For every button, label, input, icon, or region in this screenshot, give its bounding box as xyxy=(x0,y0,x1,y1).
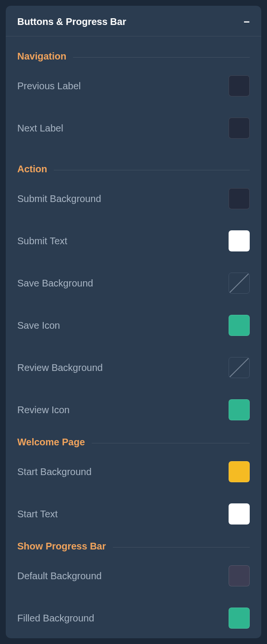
buttons-progress-panel: Buttons & Progress Bar − Navigation Prev… xyxy=(6,6,261,638)
panel-header: Buttons & Progress Bar − xyxy=(6,6,261,36)
collapse-icon[interactable]: − xyxy=(243,17,250,27)
section-header-welcome: Welcome Page xyxy=(17,431,250,451)
label-review-background: Review Background xyxy=(17,362,103,373)
swatch-start-background[interactable] xyxy=(229,461,250,482)
swatch-review-background[interactable] xyxy=(229,357,250,378)
section-rule xyxy=(54,170,250,170)
section-navigation: Navigation Previous Label Next Label xyxy=(17,36,250,149)
swatch-start-text[interactable] xyxy=(229,503,250,525)
label-submit-text: Submit Text xyxy=(17,236,67,247)
label-previous-label: Previous Label xyxy=(17,81,81,92)
row-submit-text: Submit Text xyxy=(17,220,250,262)
swatch-submit-text[interactable] xyxy=(229,230,250,251)
section-title-welcome: Welcome Page xyxy=(17,437,85,448)
row-review-background: Review Background xyxy=(17,346,250,389)
row-review-icon: Review Icon xyxy=(17,389,250,431)
swatch-filled-background[interactable] xyxy=(229,608,250,629)
swatch-submit-background[interactable] xyxy=(229,188,250,209)
label-filled-background: Filled Background xyxy=(17,613,94,624)
section-title-action: Action xyxy=(17,164,47,175)
label-review-icon: Review Icon xyxy=(17,405,70,416)
section-rule xyxy=(92,443,250,443)
section-action: Action Submit Background Submit Text Sav… xyxy=(17,149,250,431)
row-save-background: Save Background xyxy=(17,262,250,304)
label-start-background: Start Background xyxy=(17,466,92,477)
row-start-background: Start Background xyxy=(17,451,250,493)
row-start-text: Start Text xyxy=(17,493,250,535)
section-header-action: Action xyxy=(17,149,250,178)
section-header-progress: Show Progress Bar xyxy=(17,535,250,555)
label-submit-background: Submit Background xyxy=(17,193,101,204)
row-submit-background: Submit Background xyxy=(17,178,250,220)
label-start-text: Start Text xyxy=(17,509,58,520)
section-header-navigation: Navigation xyxy=(17,36,250,65)
swatch-review-icon[interactable] xyxy=(229,399,250,420)
swatch-next-label[interactable] xyxy=(229,118,250,139)
swatch-save-icon[interactable] xyxy=(229,315,250,336)
section-title-navigation: Navigation xyxy=(17,51,66,62)
swatch-previous-label[interactable] xyxy=(229,75,250,96)
row-previous-label: Previous Label xyxy=(17,65,250,107)
panel-body: Navigation Previous Label Next Label Act… xyxy=(6,36,261,638)
label-save-background: Save Background xyxy=(17,278,93,289)
section-welcome: Welcome Page Start Background Start Text xyxy=(17,431,250,535)
row-default-background: Default Background xyxy=(17,555,250,597)
label-next-label: Next Label xyxy=(17,123,63,134)
row-next-label: Next Label xyxy=(17,107,250,149)
section-title-progress: Show Progress Bar xyxy=(17,541,106,552)
swatch-save-background[interactable] xyxy=(229,273,250,294)
section-rule xyxy=(113,547,250,548)
panel-title: Buttons & Progress Bar xyxy=(17,16,126,27)
section-rule xyxy=(73,57,250,58)
row-save-icon: Save Icon xyxy=(17,304,250,346)
swatch-default-background[interactable] xyxy=(229,565,250,586)
row-filled-background: Filled Background xyxy=(17,597,250,638)
section-progress: Show Progress Bar Default Background Fil… xyxy=(17,535,250,638)
label-default-background: Default Background xyxy=(17,571,102,582)
label-save-icon: Save Icon xyxy=(17,320,60,331)
